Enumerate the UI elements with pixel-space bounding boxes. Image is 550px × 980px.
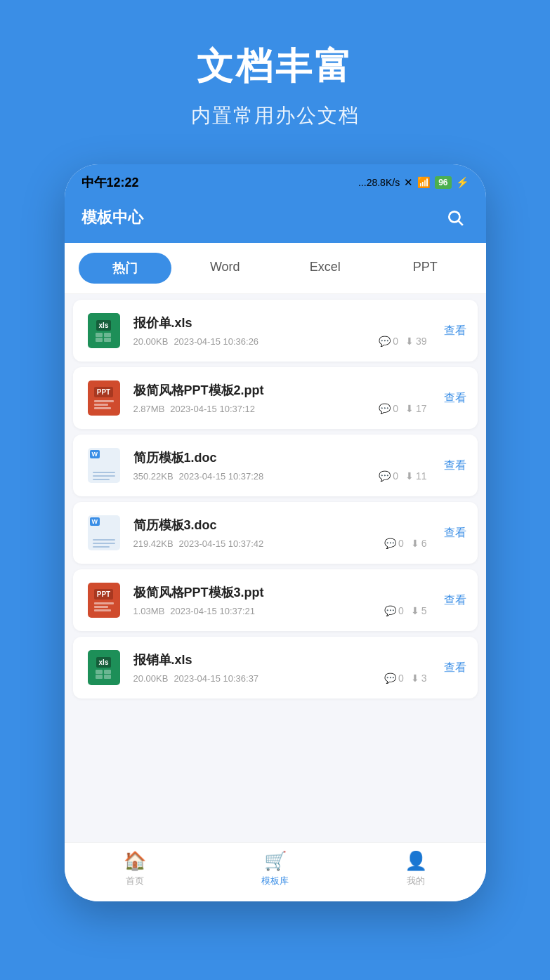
nav-templates-label: 模板库 xyxy=(261,875,289,887)
file-icon-doc: W xyxy=(84,446,124,485)
list-item: W 简历模板1.doc 350.22KB 2023-04-15 10:37:28… xyxy=(73,435,478,496)
download-count: ⬇ 6 xyxy=(411,538,427,549)
download-count: ⬇ 3 xyxy=(411,673,427,684)
view-button[interactable]: 查看 xyxy=(444,391,466,406)
file-meta: 20.00KB 2023-04-15 10:36:26 💬 0 ⬇ 39 xyxy=(133,336,427,347)
comment-count: 💬 0 xyxy=(384,538,404,549)
file-icon-xls: xls xyxy=(84,648,124,687)
hero-section: 文档丰富 内置常用办公文档 xyxy=(0,0,550,150)
file-meta: 2.87MB 2023-04-15 10:37:12 💬 0 ⬇ 17 xyxy=(133,403,427,414)
view-button[interactable]: 查看 xyxy=(444,661,466,675)
hero-subtitle: 内置常用办公文档 xyxy=(191,102,360,129)
search-button[interactable] xyxy=(441,204,469,232)
charging-icon: ⚡ xyxy=(456,176,469,189)
templates-icon: 🛒 xyxy=(264,850,287,872)
file-icon-xls: xls xyxy=(84,311,124,350)
file-date: 2023-04-15 10:37:28 xyxy=(179,471,264,482)
file-info: 报价单.xls 20.00KB 2023-04-15 10:36:26 💬 0 … xyxy=(133,314,427,347)
file-size: 1.03MB xyxy=(133,606,165,616)
file-stats: 💬 0 ⬇ 3 xyxy=(384,673,427,684)
file-info: 极简风格PPT模板3.ppt 1.03MB 2023-04-15 10:37:2… xyxy=(133,584,427,616)
list-item: xls 报销单.xls 20.00KB 2023-04-15 10:36:37 … xyxy=(73,637,478,698)
phone-frame: 中午12:22 ...28.8K/s ✕ 📶 96 ⚡ 模板中心 热门 Word… xyxy=(65,164,486,901)
file-stats: 💬 0 ⬇ 11 xyxy=(379,470,426,482)
sim-icon: ✕ xyxy=(404,176,413,189)
download-count: ⬇ 11 xyxy=(405,470,427,482)
file-date: 2023-04-15 10:36:37 xyxy=(173,673,258,684)
file-meta: 219.42KB 2023-04-15 10:37:42 💬 0 ⬇ 6 xyxy=(133,538,427,549)
tab-bar: 热门 Word Excel PPT xyxy=(65,243,486,294)
comment-count: 💬 0 xyxy=(384,605,404,616)
comment-count: 💬 0 xyxy=(379,470,398,482)
file-name: 简历模板3.doc xyxy=(133,517,427,534)
file-size: 219.42KB xyxy=(133,538,173,549)
nav-home-label: 首页 xyxy=(126,875,144,887)
file-name: 报价单.xls xyxy=(133,314,427,331)
file-icon-doc: W xyxy=(84,513,124,552)
file-date: 2023-04-15 10:36:26 xyxy=(173,336,258,347)
view-button[interactable]: 查看 xyxy=(444,593,466,608)
comment-count: 💬 0 xyxy=(379,336,398,347)
file-date: 2023-04-15 10:37:21 xyxy=(170,606,255,616)
file-name: 极简风格PPT模板3.ppt xyxy=(133,584,427,601)
list-item: PPT 极简风格PPT模板3.ppt 1.03MB 2023-04-15 10:… xyxy=(73,569,478,631)
battery-indicator: 96 xyxy=(435,176,451,189)
file-size: 20.00KB xyxy=(133,336,169,347)
status-icons: ...28.8K/s ✕ 📶 96 ⚡ xyxy=(358,176,469,189)
file-size: 350.22KB xyxy=(133,471,173,482)
file-date: 2023-04-15 10:37:42 xyxy=(179,538,264,549)
file-name: 报销单.xls xyxy=(133,651,427,668)
view-button[interactable]: 查看 xyxy=(444,526,466,541)
nav-home[interactable]: 🏠 首页 xyxy=(65,850,205,887)
search-icon xyxy=(446,208,464,227)
tab-excel[interactable]: Excel xyxy=(279,253,372,284)
tab-word[interactable]: Word xyxy=(178,253,272,284)
comment-count: 💬 0 xyxy=(384,673,404,684)
file-meta: 20.00KB 2023-04-15 10:36:37 💬 0 ⬇ 3 xyxy=(133,673,427,684)
status-bar: 中午12:22 ...28.8K/s ✕ 📶 96 ⚡ xyxy=(65,164,486,195)
bottom-nav: 🏠 首页 🛒 模板库 👤 我的 xyxy=(65,842,486,901)
nav-mine[interactable]: 👤 我的 xyxy=(346,850,486,887)
comment-count: 💬 0 xyxy=(379,403,398,414)
svg-point-0 xyxy=(449,211,459,222)
file-list: xls 报价单.xls 20.00KB 2023-04-15 10:36:26 … xyxy=(65,294,486,842)
status-time: 中午12:22 xyxy=(81,174,139,191)
file-info: 简历模板3.doc 219.42KB 2023-04-15 10:37:42 💬… xyxy=(133,517,427,549)
app-header: 模板中心 xyxy=(65,195,486,243)
file-stats: 💬 0 ⬇ 5 xyxy=(384,605,427,616)
file-size: 2.87MB xyxy=(133,404,165,414)
file-stats: 💬 0 ⬇ 6 xyxy=(384,538,427,549)
file-name: 极简风格PPT模板2.ppt xyxy=(133,382,427,399)
view-button[interactable]: 查看 xyxy=(444,324,466,338)
file-info: 报销单.xls 20.00KB 2023-04-15 10:36:37 💬 0 … xyxy=(133,651,427,684)
network-speed: ...28.8K/s xyxy=(358,177,400,188)
file-size: 20.00KB xyxy=(133,673,169,684)
file-meta: 1.03MB 2023-04-15 10:37:21 💬 0 ⬇ 5 xyxy=(133,605,427,616)
user-icon: 👤 xyxy=(405,850,427,872)
file-stats: 💬 0 ⬇ 17 xyxy=(379,403,426,414)
file-icon-ppt: PPT xyxy=(84,581,124,620)
svg-line-1 xyxy=(458,221,462,225)
list-item: W 简历模板3.doc 219.42KB 2023-04-15 10:37:42… xyxy=(73,502,478,564)
list-item: xls 报价单.xls 20.00KB 2023-04-15 10:36:26 … xyxy=(73,300,478,362)
download-count: ⬇ 5 xyxy=(411,605,427,616)
download-count: ⬇ 39 xyxy=(405,336,427,347)
view-button[interactable]: 查看 xyxy=(444,458,466,473)
tab-hot[interactable]: 热门 xyxy=(79,253,172,284)
hero-title: 文档丰富 xyxy=(197,42,354,91)
list-item: PPT 极简风格PPT模板2.ppt 2.87MB 2023-04-15 10:… xyxy=(73,367,478,429)
file-meta: 350.22KB 2023-04-15 10:37:28 💬 0 ⬇ 11 xyxy=(133,470,427,482)
download-count: ⬇ 17 xyxy=(405,403,427,414)
file-stats: 💬 0 ⬇ 39 xyxy=(379,336,426,347)
home-icon: 🏠 xyxy=(124,850,146,872)
file-info: 简历模板1.doc 350.22KB 2023-04-15 10:37:28 💬… xyxy=(133,449,427,482)
wifi-icon: 📶 xyxy=(417,176,431,189)
file-date: 2023-04-15 10:37:12 xyxy=(170,404,255,414)
nav-templates[interactable]: 🛒 模板库 xyxy=(205,850,346,887)
file-info: 极简风格PPT模板2.ppt 2.87MB 2023-04-15 10:37:1… xyxy=(133,382,427,414)
file-name: 简历模板1.doc xyxy=(133,449,427,466)
tab-ppt[interactable]: PPT xyxy=(379,253,472,284)
app-title: 模板中心 xyxy=(81,207,143,228)
nav-mine-label: 我的 xyxy=(407,875,425,887)
file-icon-ppt: PPT xyxy=(84,378,124,418)
